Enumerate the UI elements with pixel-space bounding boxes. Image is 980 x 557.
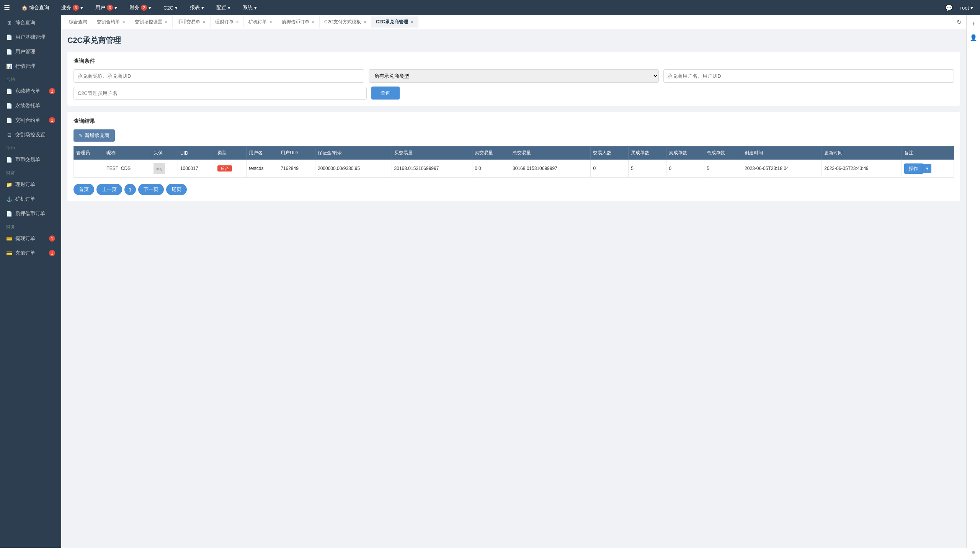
tab-delivery-order-close[interactable]: ✕ <box>122 20 125 24</box>
delivery-order-badge: 1 <box>49 117 55 123</box>
next-page-button[interactable]: 下一页 <box>138 184 164 195</box>
sidebar-item-pledge-order[interactable]: 📄 质押借币订单 <box>0 206 61 221</box>
tab-pledge-close[interactable]: ✕ <box>312 20 315 24</box>
sidebar-item-miner-order[interactable]: ⚓ 矿机订单 <box>0 192 61 206</box>
tab-c2c-merchant-close[interactable]: ✕ <box>410 20 413 24</box>
tab-overview[interactable]: 综合查询 <box>64 16 92 28</box>
tab-pledge[interactable]: 质押借币订单 ✕ <box>277 16 320 28</box>
tab-coin-trade-close[interactable]: ✕ <box>203 20 206 24</box>
add-merchant-button[interactable]: ✎ 新增承兑商 <box>74 129 115 142</box>
tab-delivery-control-label: 交割场控设置 <box>135 19 162 25</box>
nav-user[interactable]: 用户 3 ▾ <box>92 3 120 13</box>
tab-c2c-payment-label: C2C支付方式模板 <box>324 19 361 25</box>
sidebar-item-user-manage-label: 用户管理 <box>15 48 35 55</box>
page-title: C2C承兑商管理 <box>67 35 960 46</box>
admin-user-input[interactable] <box>74 87 367 100</box>
sidebar-item-perpetual-order[interactable]: 📄 永续委托单 <box>0 98 61 113</box>
nav-user-label: 用户 <box>95 4 105 11</box>
col-uid: UID <box>178 147 215 160</box>
tab-delivery-control[interactable]: 交割场控设置 ✕ <box>130 16 173 28</box>
menu-icon[interactable]: ☰ <box>4 3 10 12</box>
miner-order-icon: ⚓ <box>6 196 12 202</box>
tab-finance-close[interactable]: ✕ <box>236 20 239 24</box>
col-total-orders: 总成单数 <box>704 147 742 160</box>
nav-config[interactable]: 配置 ▾ <box>213 3 234 13</box>
cell-nickname: TEST_CDS <box>104 160 151 178</box>
tab-delivery-order-label: 交割合约单 <box>97 19 120 25</box>
sidebar-item-deposit[interactable]: 💳 充值订单 1 <box>0 246 61 260</box>
sidebar-item-delivery-control-label: 交割场控设置 <box>15 131 45 138</box>
sidebar-item-delivery-order-label: 交割合约单 <box>15 117 40 124</box>
tab-pledge-label: 质押借币订单 <box>282 19 309 25</box>
user-menu[interactable]: root ▾ <box>957 3 976 12</box>
home-icon: 🏠 <box>21 5 28 11</box>
nav-report[interactable]: 报表 ▾ <box>187 3 207 13</box>
tab-coin-trade[interactable]: 币币交易单 ✕ <box>173 16 211 28</box>
sidebar-item-delivery-order[interactable]: 📄 交割合约单 1 <box>0 113 61 127</box>
nav-system-label: 系统 <box>243 4 253 11</box>
prev-page-button[interactable]: 上一页 <box>96 184 122 195</box>
sidebar-item-withdraw[interactable]: 💳 提现订单 1 <box>0 231 61 246</box>
chat-icon[interactable]: 💬 <box>945 4 953 11</box>
cell-total-orders: 5 <box>704 160 742 178</box>
tab-bar: 综合查询 交割合约单 ✕ 交割场控设置 ✕ 币币交易单 ✕ 理财订单 ✕ 矿机订… <box>61 15 966 29</box>
nav-home-label: 综合查询 <box>29 4 49 11</box>
user-manage-icon: 📄 <box>6 49 12 55</box>
chevron-down-icon6: ▾ <box>228 5 230 11</box>
page-content: C2C承兑商管理 查询条件 所有承兑商类型普通承兑商认证承兑商 查询 查询结果 <box>61 29 966 548</box>
tab-c2c-payment[interactable]: C2C支付方式模板 ✕ <box>320 16 371 28</box>
tab-c2c-merchant[interactable]: C2C承兑商管理 ✕ <box>371 16 418 28</box>
tab-miner[interactable]: 矿机订单 ✕ <box>244 16 277 28</box>
current-page-button[interactable]: 1 <box>124 184 136 195</box>
tab-finance[interactable]: 理财订单 ✕ <box>211 16 244 28</box>
overview-icon: ⊞ <box>6 20 12 26</box>
main-layout: ⊞ 综合查询 📄 用户基础管理 📄 用户管理 📊 行情管理 合约 📄 永续持仓单… <box>0 15 980 548</box>
content-area: 综合查询 交割合约单 ✕ 交割场控设置 ✕ 币币交易单 ✕ 理财订单 ✕ 矿机订… <box>61 15 966 548</box>
col-buy-vol: 买交易量 <box>392 147 472 160</box>
cell-uid: 1000017 <box>178 160 215 178</box>
user-info-input[interactable] <box>663 69 954 83</box>
first-page-button[interactable]: 首页 <box>74 184 94 195</box>
finance-order-icon: 📁 <box>6 182 12 188</box>
sidebar-item-perpetual-position[interactable]: 📄 永续持仓单 2 <box>0 84 61 98</box>
top-nav-right: 💬 root ▾ <box>945 3 976 12</box>
sidebar-item-delivery-control[interactable]: ⊟ 交割场控设置 <box>0 127 61 142</box>
search-panel: 查询条件 所有承兑商类型普通承兑商认证承兑商 查询 <box>67 52 960 106</box>
tab-c2c-payment-close[interactable]: ✕ <box>363 20 366 24</box>
cell-username: testcds <box>247 160 278 178</box>
search-row-1: 所有承兑商类型普通承兑商认证承兑商 <box>74 69 954 83</box>
nav-c2c[interactable]: C2C ▾ <box>160 3 181 12</box>
sidebar-item-finance-order[interactable]: 📁 理财订单 <box>0 177 61 192</box>
tab-overview-label: 综合查询 <box>69 19 87 25</box>
last-page-button[interactable]: 尾页 <box>166 184 187 195</box>
merchant-type-select[interactable]: 所有承兑商类型普通承兑商认证承兑商 <box>369 69 659 83</box>
market-icon: 📊 <box>6 64 12 69</box>
tab-delivery-order[interactable]: 交割合约单 ✕ <box>92 16 130 28</box>
sidebar-item-perpetual-order-label: 永续委托单 <box>15 102 40 109</box>
sidebar-item-market[interactable]: 📊 行情管理 <box>0 59 61 74</box>
tab-delivery-control-close[interactable]: ✕ <box>165 20 168 24</box>
sidebar-item-user-manage[interactable]: 📄 用户管理 <box>0 44 61 59</box>
sidebar-item-coin-trade[interactable]: 📄 币币交易单 <box>0 152 61 167</box>
sidebar: ⊞ 综合查询 📄 用户基础管理 📄 用户管理 📊 行情管理 合约 📄 永续持仓单… <box>0 15 61 548</box>
sidebar-item-overview[interactable]: ⊞ 综合查询 <box>0 15 61 30</box>
action-dropdown-button[interactable]: ▾ <box>923 164 931 173</box>
sidebar-item-user-basic[interactable]: 📄 用户基础管理 <box>0 30 61 44</box>
action-button[interactable]: 操作 <box>904 163 923 174</box>
bottom-bar: ⚙ <box>0 548 980 557</box>
nav-finance[interactable]: 财务 2 ▾ <box>126 3 154 13</box>
refresh-icon[interactable]: ↻ <box>955 17 963 27</box>
tab-miner-close[interactable]: ✕ <box>269 20 272 24</box>
merchant-name-input[interactable] <box>74 69 364 83</box>
settings-icon[interactable]: ⚙ <box>972 550 975 555</box>
right-panel-plus-icon[interactable]: ＋ <box>969 18 978 29</box>
merchant-table: 管理员 昵称 头像 UID 类型 用户名 用户UID 保证金/剩余 买交易量 卖… <box>74 146 954 178</box>
search-button[interactable]: 查询 <box>371 87 400 100</box>
nav-business[interactable]: 业务 3 ▾ <box>58 3 86 13</box>
nav-business-label: 业务 <box>61 4 71 11</box>
right-panel-user-icon[interactable]: 👤 <box>968 33 979 43</box>
nav-system[interactable]: 系统 ▾ <box>240 3 260 13</box>
nav-home[interactable]: 🏠 综合查询 <box>18 3 52 13</box>
chevron-down-icon2: ▾ <box>114 5 117 11</box>
top-nav: ☰ 🏠 综合查询 业务 3 ▾ 用户 3 ▾ 财务 2 ▾ C2C ▾ 报表 ▾… <box>0 0 980 15</box>
